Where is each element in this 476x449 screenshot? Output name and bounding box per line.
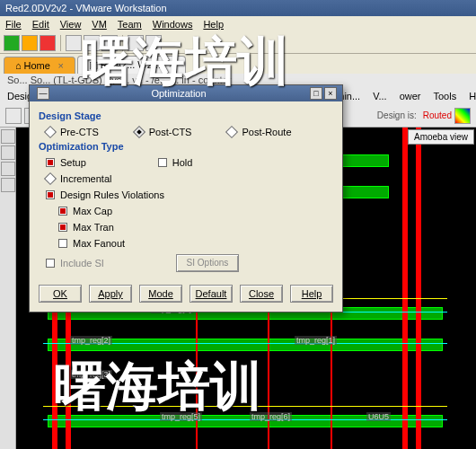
vmware-menubar: File Edit View VM Team Windows Help [0, 16, 476, 32]
check-label: Max Cap [73, 206, 112, 216]
optimization-dialog: — Optimization □ × Design Stage Pre-CTS … [29, 84, 343, 313]
dialog-title: Optimization [49, 88, 308, 99]
dialog-menu-icon[interactable]: — [37, 87, 49, 100]
dialog-titlebar[interactable]: — Optimization □ × [30, 85, 342, 101]
diamond-icon [44, 172, 57, 185]
diamond-icon [133, 126, 145, 138]
vmware-titlebar: Red2.0DV2v2 - VMware Workstation [0, 0, 476, 16]
tab-home-label: Home [23, 60, 49, 71]
amoeba-view-button[interactable]: Amoeba view [408, 129, 474, 145]
tab-vm[interactable]: ▣ R...42... W2... × [77, 56, 186, 74]
pause-icon[interactable] [22, 35, 38, 51]
menu-team[interactable]: Team [118, 19, 142, 30]
dialog-button-row: OK Apply Mode Default Close Help [39, 285, 333, 303]
check-maxtran[interactable]: Max Tran [58, 222, 333, 233]
help-button[interactable]: Help [290, 285, 333, 303]
app-menu-help[interactable]: Help [469, 91, 476, 101]
radio-post-route[interactable]: Post-Route [227, 127, 291, 137]
check-maxcap[interactable]: Max Cap [58, 206, 333, 216]
open-icon[interactable] [5, 108, 22, 124]
si-options-button: SI Options [176, 254, 239, 272]
separator [122, 35, 123, 51]
mode-button[interactable]: Mode [139, 285, 182, 303]
check-hold[interactable]: Hold [158, 157, 193, 168]
cell-label: tmp_reg[2] [70, 336, 112, 345]
unity-icon[interactable] [145, 35, 162, 51]
close-button[interactable]: Close [240, 285, 283, 303]
check-include-si: Include SI [46, 254, 104, 272]
checkbox-icon [46, 190, 55, 199]
default-button[interactable]: Default [190, 285, 233, 303]
select-tool-icon[interactable] [1, 129, 15, 144]
ok-button[interactable]: OK [39, 285, 82, 303]
vmware-tabbar: ⌂ Home × ▣ R...42... W2... × [0, 54, 476, 74]
menu-vm[interactable]: VM [92, 19, 107, 30]
check-label: Max Fanout [73, 238, 125, 249]
checkbox-icon [58, 223, 67, 232]
radio-pre-cts[interactable]: Pre-CTS [46, 127, 99, 137]
app-menu-v[interactable]: V... [373, 91, 387, 101]
check-drv[interactable]: Design Rules Violations [46, 189, 333, 200]
close-icon[interactable]: × [169, 59, 174, 70]
menu-edit[interactable]: Edit [32, 19, 49, 30]
apply-button[interactable]: Apply [89, 285, 132, 303]
snapshot-icon[interactable] [66, 35, 82, 51]
left-toolbar [0, 128, 16, 449]
wire-tool-icon[interactable] [1, 162, 15, 176]
menu-view[interactable]: View [60, 19, 82, 30]
tab-vm-label: R...42... W2... [101, 59, 161, 70]
route [43, 406, 447, 407]
check-maxfanout[interactable]: Max Fanout [58, 238, 333, 249]
cell-label: tmp_reg[1] [295, 336, 337, 345]
radio-label: Incremental [60, 173, 111, 184]
check-label: Max Tran [73, 222, 114, 233]
optimization-type-label: Optimization Type [39, 141, 333, 152]
checkbox-icon [58, 207, 67, 216]
radio-incremental[interactable]: Incremental [46, 173, 333, 184]
optimization-options: Setup Hold Incremental Design Rules Viol… [46, 157, 333, 272]
dialog-body: Design Stage Pre-CTS Post-CTS Post-Route… [30, 101, 342, 312]
home-icon: ⌂ [15, 60, 22, 71]
diamond-icon [225, 126, 238, 138]
diamond-icon [44, 126, 57, 138]
radio-post-cts[interactable]: Post-CTS [135, 127, 192, 137]
move-tool-icon[interactable] [1, 145, 15, 160]
power-on-icon[interactable] [4, 35, 20, 51]
menu-help[interactable]: Help [203, 19, 224, 30]
check-setup[interactable]: Setup [46, 157, 86, 168]
menu-file[interactable]: File [5, 19, 22, 30]
fullscreen-icon[interactable] [128, 35, 144, 51]
radio-label: Post-CTS [149, 127, 192, 137]
design-stage-label: Design Stage [39, 110, 333, 121]
checkbox-icon [46, 158, 55, 167]
separator [60, 35, 61, 51]
check-label: Include SI [60, 258, 104, 269]
stage-radio-group: Pre-CTS Post-CTS Post-Route [46, 127, 333, 137]
power-off-icon[interactable] [40, 35, 56, 51]
manage-icon[interactable] [101, 35, 118, 51]
cell-label: U6U5 [366, 412, 391, 421]
check-label: Design Rules Violations [60, 189, 164, 200]
checkbox-icon [58, 239, 67, 248]
maximize-icon[interactable]: □ [310, 87, 322, 100]
close-icon[interactable]: × [324, 87, 337, 100]
check-label: Setup [60, 157, 86, 168]
close-icon[interactable]: × [58, 60, 64, 71]
app-menu-tools[interactable]: Tools [433, 91, 456, 101]
menu-windows[interactable]: Windows [153, 19, 193, 30]
metal-track [402, 128, 408, 449]
revert-icon[interactable] [84, 35, 100, 51]
palette-icon[interactable] [454, 108, 471, 124]
design-status-label: Design is: [377, 110, 417, 120]
rect-tool-icon[interactable] [1, 178, 15, 192]
checkbox-icon [158, 158, 167, 167]
cell-label: tmp_reg[6] [250, 412, 292, 421]
app-menu-power[interactable]: ower [400, 91, 421, 101]
vmware-toolbar [0, 32, 476, 54]
checkbox-icon [46, 259, 55, 268]
vm-icon: ▣ [89, 59, 98, 70]
tab-home[interactable]: ⌂ Home × [4, 57, 75, 74]
design-status-value: Routed [423, 110, 452, 120]
radio-label: Pre-CTS [60, 127, 99, 137]
radio-label: Post-Route [242, 127, 291, 137]
